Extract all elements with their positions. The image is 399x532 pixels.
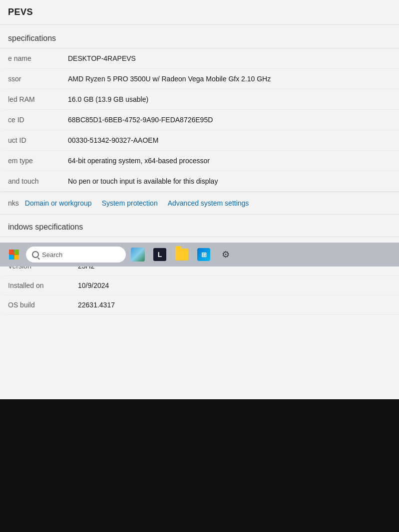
spec-row: ce ID 68BC85D1-6BEB-4752-9A90-FEDA8726E9… [0,110,399,130]
spec-value-4: 00330-51342-90327-AAOEM [60,130,399,151]
spec-value-0: DESKTOP-4RAPEVS [60,48,399,69]
spec-label-1: ssor [0,69,60,89]
win-spec-row: Installed on 10/9/2024 [0,276,399,295]
spec-value-6: No pen or touch input is available for t… [60,171,399,192]
spec-row: e name DESKTOP-4RAPEVS [0,48,399,69]
windows-specs-title: indows specifications [8,223,83,231]
spec-value-2: 16.0 GB (13.9 GB usable) [60,89,399,110]
settings-icon: ⚙ [219,248,232,261]
taskbar-folder-app[interactable] [172,245,192,265]
spec-row: and touch No pen or touch input is avail… [0,171,399,192]
window-title: PEVS [8,7,33,17]
section-title: specifications [8,34,56,42]
links-label: nks [8,199,19,207]
spec-table: e name DESKTOP-4RAPEVS ssor AMD Ryzen 5 … [0,48,399,192]
system-protection-link[interactable]: System protection [102,199,158,207]
taskbar-weather-app[interactable] [128,245,148,265]
win-spec-value-3: 22631.4317 [70,295,399,315]
search-icon [32,251,39,258]
spec-label-6: and touch [0,171,60,192]
domain-workgroup-link[interactable]: Domain or workgroup [25,199,92,207]
logo-square-1 [9,250,14,255]
spec-value-1: AMD Ryzen 5 PRO 3500U w/ Radeon Vega Mob… [60,69,399,89]
start-button[interactable] [4,245,24,265]
store-icon: ⊞ [197,248,210,261]
taskbar: Search L ⊞ ⚙ [0,243,399,266]
spec-label-4: uct ID [0,130,60,151]
section-header: specifications [0,25,399,48]
windows-specs-header: indows specifications [0,215,399,237]
taskbar-terminal-app[interactable]: L [150,245,170,265]
logo-square-4 [14,255,19,260]
terminal-icon: L [153,248,166,261]
win-spec-value-2: 10/9/2024 [70,276,399,295]
win-spec-label-2: Installed on [0,276,70,295]
windows-logo-icon [9,250,19,260]
logo-square-3 [9,255,14,260]
spec-row: em type 64-bit operating system, x64-bas… [0,151,399,171]
specs-area: e name DESKTOP-4RAPEVS ssor AMD Ryzen 5 … [0,48,399,192]
spec-label-0: e name [0,48,60,69]
main-window: PEVS specifications e name DESKTOP-4RAPE… [0,0,399,399]
search-placeholder: Search [42,251,62,259]
spec-value-3: 68BC85D1-6BEB-4752-9A90-FEDA8726E95D [60,110,399,130]
spec-row: uct ID 00330-51342-90327-AAOEM [0,130,399,151]
advanced-system-settings-link[interactable]: Advanced system settings [168,199,249,207]
links-section: nks Domain or workgroup System protectio… [0,192,399,215]
taskbar-settings-app[interactable]: ⚙ [216,245,236,265]
search-bar[interactable]: Search [26,247,126,263]
logo-square-2 [14,250,19,255]
weather-icon [131,248,145,262]
spec-label-2: led RAM [0,89,60,110]
folder-icon [175,249,188,261]
spec-value-5: 64-bit operating system, x64-based proce… [60,151,399,171]
spec-label-5: em type [0,151,60,171]
title-bar: PEVS [0,0,399,25]
spec-row: led RAM 16.0 GB (13.9 GB usable) [0,89,399,110]
taskbar-store-app[interactable]: ⊞ [194,245,214,265]
monitor-bezel [0,399,399,532]
spec-row: ssor AMD Ryzen 5 PRO 3500U w/ Radeon Veg… [0,69,399,89]
win-spec-label-3: OS build [0,295,70,315]
win-spec-row: OS build 22631.4317 [0,295,399,315]
spec-label-3: ce ID [0,110,60,130]
